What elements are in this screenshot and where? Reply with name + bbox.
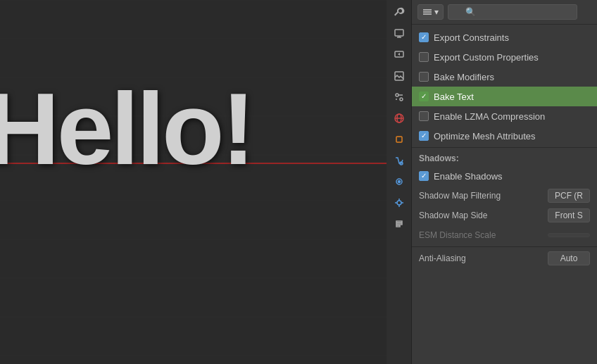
search-input[interactable] (448, 4, 577, 20)
optimize-mesh-label: Optimize Mesh Attributes (434, 131, 536, 142)
bake-text-label: Bake Text (434, 92, 474, 102)
modifier-icon[interactable] (389, 151, 409, 170)
enable-shadows-item[interactable]: ✓ Enable Shadows (412, 166, 597, 186)
export-constraints-item[interactable]: ✓ Export Constraints (412, 27, 597, 47)
anti-aliasing-row: Anti-Aliasing Auto (412, 249, 597, 268)
viewport: Hello! (0, 0, 387, 364)
image-icon[interactable] (389, 66, 409, 86)
enable-shadows-checkbox[interactable]: ✓ (419, 171, 429, 181)
svg-rect-38 (423, 13, 432, 15)
optimize-mesh-checkbox[interactable]: ✓ (419, 131, 429, 141)
wrench-icon[interactable] (389, 3, 409, 23)
physics-icon[interactable] (389, 193, 409, 213)
enable-lzma-checkbox[interactable] (419, 111, 429, 121)
bake-modifiers-checkbox[interactable] (419, 72, 429, 82)
object-icon[interactable] (389, 130, 409, 149)
right-panel: ▾ 🔍 ✓ Export Constraints Export Custom P… (387, 0, 597, 364)
scene-props-icon[interactable] (389, 87, 409, 107)
bake-text-checkbox[interactable]: ✓ (419, 92, 429, 101)
panel-content: ▾ 🔍 ✓ Export Constraints Export Custom P… (412, 0, 597, 364)
bake-modifiers-item[interactable]: Bake Modifiers (412, 67, 597, 87)
render-icon[interactable] (389, 45, 409, 65)
shadow-map-filtering-value[interactable]: PCF (R (548, 189, 590, 203)
svg-point-27 (396, 94, 398, 96)
optimize-mesh-item[interactable]: ✓ Optimize Mesh Attributes (412, 126, 597, 146)
shadow-map-filtering-row: Shadow Map Filtering PCF (R (412, 186, 597, 206)
esm-distance-scale-label: ESM Distance Scale (419, 230, 543, 240)
object-data-icon[interactable] (389, 214, 409, 234)
dropdown-arrow: ▾ (434, 7, 439, 17)
particles-icon[interactable] (389, 172, 409, 192)
svg-rect-31 (396, 137, 402, 142)
world-icon[interactable] (389, 108, 409, 128)
svg-rect-24 (395, 30, 403, 36)
svg-rect-36 (423, 9, 432, 11)
esm-distance-scale-row: ESM Distance Scale (412, 225, 597, 245)
options-list: ✓ Export Constraints Export Custom Prope… (412, 25, 597, 364)
svg-point-28 (400, 98, 403, 101)
shadow-map-side-value[interactable]: Front S (548, 208, 590, 222)
export-constraints-label: Export Constraints (434, 32, 509, 43)
export-custom-properties-item[interactable]: Export Custom Properties (412, 47, 597, 67)
export-custom-properties-checkbox[interactable] (419, 52, 429, 62)
panel-header: ▾ 🔍 (412, 0, 597, 25)
bake-modifiers-label: Bake Modifiers (434, 72, 494, 82)
sidebar-icons (387, 0, 412, 364)
search-wrapper: 🔍 (448, 4, 591, 20)
shadow-map-filtering-label: Shadow Map Filtering (419, 191, 543, 201)
enable-lzma-item[interactable]: Enable LZMA Compression (412, 106, 597, 126)
svg-point-35 (397, 201, 401, 205)
shadow-map-side-label: Shadow Map Side (419, 211, 543, 220)
export-custom-properties-label: Export Custom Properties (434, 52, 539, 63)
enable-lzma-label: Enable LZMA Compression (434, 111, 545, 122)
export-constraints-checkbox[interactable]: ✓ (419, 32, 429, 42)
dropdown-button[interactable]: ▾ (417, 4, 444, 20)
divider-1 (412, 147, 597, 148)
shadow-map-side-row: Shadow Map Side Front S (412, 206, 597, 225)
divider-2 (412, 246, 597, 247)
hello-text: Hello! (0, 70, 253, 188)
esm-distance-scale-value[interactable] (548, 233, 590, 237)
svg-rect-37 (423, 11, 432, 13)
scene-icon[interactable] (389, 24, 409, 44)
bake-text-item[interactable]: ✓ Bake Text (412, 87, 597, 106)
shadows-section-header: Shadows: (412, 149, 597, 166)
enable-shadows-label: Enable Shadows (434, 171, 503, 182)
anti-aliasing-label: Anti-Aliasing (419, 253, 543, 263)
anti-aliasing-value[interactable]: Auto (548, 251, 590, 265)
svg-point-34 (398, 181, 400, 183)
